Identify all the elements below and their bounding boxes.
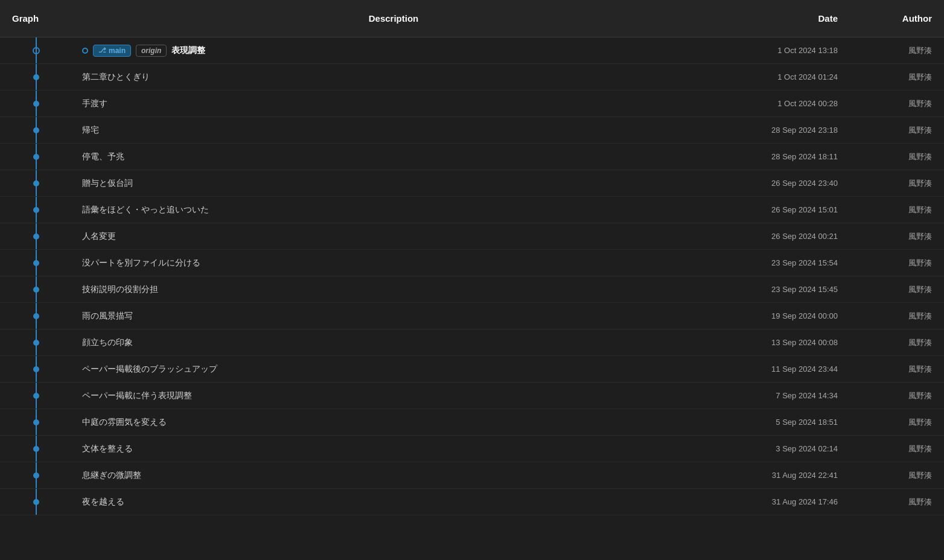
commit-description: 語彙をほどく・やっと追いついた — [82, 205, 209, 215]
commit-description: 手渡す — [82, 98, 107, 109]
graph-dot — [33, 287, 39, 293]
origin-badge: origin — [136, 45, 167, 57]
description-cell: ペーパー掲載に伴う表現調整 — [72, 390, 715, 401]
date-cell: 23 Sep 2024 15:54 — [715, 258, 847, 267]
date-cell: 1 Oct 2024 13:18 — [715, 46, 847, 55]
date-cell: 31 Aug 2024 17:46 — [715, 497, 847, 506]
commit-description: 贈与と仮台詞 — [82, 178, 133, 189]
table-row[interactable]: 贈与と仮台詞26 Sep 2024 23:40風野湊 — [0, 170, 944, 197]
table-row[interactable]: 息継ぎの微調整31 Aug 2024 22:41風野湊 — [0, 462, 944, 489]
graph-cell — [0, 462, 72, 488]
description-cell: 中庭の雰囲気を変える — [72, 417, 715, 428]
table-row[interactable]: 帰宅28 Sep 2024 23:18風野湊 — [0, 117, 944, 144]
table-row[interactable]: ⎇mainorigin表現調整1 Oct 2024 13:18風野湊 — [0, 37, 944, 64]
graph-header: Graph — [0, 13, 72, 24]
table-row[interactable]: 雨の風景描写19 Sep 2024 00:00風野湊 — [0, 303, 944, 329]
author-cell: 風野湊 — [847, 231, 944, 242]
description-cell: 停電、予兆 — [72, 151, 715, 162]
commit-description: 没パートを別ファイルに分ける — [82, 258, 200, 269]
graph-dot — [33, 74, 39, 80]
author-cell: 風野湊 — [847, 417, 944, 428]
date-cell: 1 Oct 2024 00:28 — [715, 99, 847, 108]
date-cell: 3 Sep 2024 02:14 — [715, 444, 847, 453]
date-cell: 1 Oct 2024 01:24 — [715, 72, 847, 81]
date-cell: 13 Sep 2024 00:08 — [715, 338, 847, 347]
table-row[interactable]: 没パートを別ファイルに分ける23 Sep 2024 15:54風野湊 — [0, 250, 944, 276]
date-cell: 7 Sep 2024 14:34 — [715, 391, 847, 400]
commit-description: 息継ぎの微調整 — [82, 470, 141, 481]
author-cell: 風野湊 — [847, 284, 944, 295]
main-badge: ⎇main — [93, 45, 131, 57]
table-row[interactable]: 中庭の雰囲気を変える5 Sep 2024 18:51風野湊 — [0, 409, 944, 436]
table-row[interactable]: 停電、予兆28 Sep 2024 18:11風野湊 — [0, 144, 944, 170]
graph-dot — [33, 446, 39, 452]
commit-description: 人名変更 — [82, 231, 116, 242]
graph-dot — [33, 47, 40, 54]
author-cell: 風野湊 — [847, 497, 944, 508]
graph-dot — [33, 366, 39, 372]
commit-description: 中庭の雰囲気を変える — [82, 417, 167, 428]
graph-dot — [33, 313, 39, 319]
graph-dot — [33, 180, 39, 186]
table-row[interactable]: ペーパー掲載に伴う表現調整7 Sep 2024 14:34風野湊 — [0, 383, 944, 409]
author-cell: 風野湊 — [847, 72, 944, 83]
commit-description: 帰宅 — [82, 125, 99, 136]
graph-dot — [33, 260, 39, 266]
date-header: Date — [715, 13, 847, 24]
main-label: main — [109, 46, 126, 55]
author-cell: 風野湊 — [847, 364, 944, 375]
author-cell: 風野湊 — [847, 45, 944, 56]
graph-cell — [0, 117, 72, 143]
description-cell: 息継ぎの微調整 — [72, 470, 715, 481]
author-cell: 風野湊 — [847, 125, 944, 136]
table-row[interactable]: 第二章ひとくぎり1 Oct 2024 01:24風野湊 — [0, 64, 944, 91]
graph-cell — [0, 409, 72, 435]
commit-description: 夜を越える — [82, 497, 124, 508]
commit-description: 技術説明の役割分担 — [82, 284, 158, 295]
graph-cell — [0, 356, 72, 382]
graph-cell — [0, 170, 72, 196]
commit-description: ペーパー掲載に伴う表現調整 — [82, 390, 192, 401]
table-row[interactable]: 文体を整える3 Sep 2024 02:14風野湊 — [0, 436, 944, 462]
table-row[interactable]: 技術説明の役割分担23 Sep 2024 15:45風野湊 — [0, 276, 944, 303]
description-cell: ペーパー掲載後のブラッシュアップ — [72, 364, 715, 375]
description-cell: 没パートを別ファイルに分ける — [72, 258, 715, 269]
commit-description: ペーパー掲載後のブラッシュアップ — [82, 364, 217, 375]
date-cell: 26 Sep 2024 23:40 — [715, 179, 847, 188]
table-row[interactable]: 人名変更26 Sep 2024 00:21風野湊 — [0, 223, 944, 250]
author-header: Author — [847, 13, 944, 24]
graph-dot — [33, 101, 39, 107]
author-cell: 風野湊 — [847, 205, 944, 215]
graph-dot — [33, 154, 39, 160]
graph-dot — [33, 499, 39, 505]
commit-description: 停電、予兆 — [82, 151, 124, 162]
head-indicator — [82, 48, 88, 54]
date-cell: 11 Sep 2024 23:44 — [715, 364, 847, 374]
table-row[interactable]: 夜を越える31 Aug 2024 17:46風野湊 — [0, 489, 944, 515]
date-cell: 26 Sep 2024 15:01 — [715, 205, 847, 214]
table-row[interactable]: 顔立ちの印象13 Sep 2024 00:08風野湊 — [0, 329, 944, 356]
graph-cell — [0, 144, 72, 170]
graph-cell — [0, 329, 72, 355]
table-row[interactable]: ペーパー掲載後のブラッシュアップ11 Sep 2024 23:44風野湊 — [0, 356, 944, 383]
graph-cell — [0, 489, 72, 515]
date-cell: 31 Aug 2024 22:41 — [715, 471, 847, 480]
commit-description: 表現調整 — [171, 45, 205, 56]
description-header: Description — [72, 13, 715, 24]
author-cell: 風野湊 — [847, 390, 944, 401]
date-cell: 26 Sep 2024 00:21 — [715, 232, 847, 241]
graph-cell — [0, 37, 72, 63]
graph-dot — [33, 127, 39, 133]
author-cell: 風野湊 — [847, 258, 944, 269]
commit-description: 第二章ひとくぎり — [82, 72, 150, 83]
graph-dot — [33, 472, 39, 479]
description-cell: 技術説明の役割分担 — [72, 284, 715, 295]
description-cell: 夜を越える — [72, 497, 715, 508]
table-row[interactable]: 語彙をほどく・やっと追いついた26 Sep 2024 15:01風野湊 — [0, 197, 944, 223]
description-cell: ⎇mainorigin表現調整 — [72, 45, 715, 57]
table-row[interactable]: 手渡す1 Oct 2024 00:28風野湊 — [0, 91, 944, 117]
description-cell: 人名変更 — [72, 231, 715, 242]
description-cell: 第二章ひとくぎり — [72, 72, 715, 83]
graph-cell — [0, 250, 72, 276]
description-cell: 帰宅 — [72, 125, 715, 136]
